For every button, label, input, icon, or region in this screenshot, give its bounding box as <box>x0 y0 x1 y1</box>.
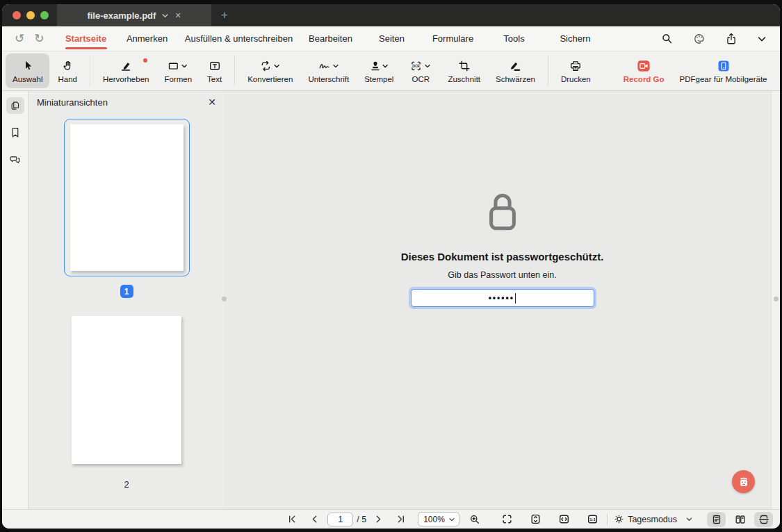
tool-ocr[interactable]: OCR OCR <box>402 53 439 88</box>
robot-icon <box>737 475 751 489</box>
panel-close-icon[interactable]: ✕ <box>208 97 216 108</box>
ocr-icon: OCR <box>409 58 432 74</box>
page-number-input[interactable] <box>327 513 353 526</box>
tool-label: Auswahl <box>13 75 42 83</box>
rail-thumbnails-button[interactable] <box>6 97 24 114</box>
menu-item-seiten[interactable]: Seiten <box>361 27 423 50</box>
redo-icon[interactable]: ↻ <box>34 33 44 44</box>
tool-pdfgear-mobil[interactable]: PDFgear für Mobilgeräte <box>673 53 774 88</box>
tool-label: Text <box>207 75 222 83</box>
mode-chevron-down-icon[interactable] <box>681 515 697 523</box>
menu-item-formulare[interactable]: Formulare <box>423 27 484 50</box>
tool-auswahl[interactable]: Auswahl <box>6 53 49 88</box>
tool-label: Schwärzen <box>496 75 535 83</box>
sun-icon <box>614 514 624 524</box>
next-page-button[interactable] <box>369 514 388 524</box>
bookmark-icon <box>10 126 21 139</box>
redact-marker-icon <box>507 58 523 74</box>
lock-icon <box>486 192 519 233</box>
status-bar: / 5 100% 1:1 Tagesmo <box>2 509 780 529</box>
thumbnail-page-1-preview <box>70 124 184 271</box>
document-tab[interactable]: file-example.pdf ✕ <box>57 4 211 26</box>
toolbar-separator <box>234 56 235 86</box>
tool-formen[interactable]: Formen <box>157 53 199 88</box>
signature-icon <box>317 58 341 74</box>
app-window: file-example.pdf ✕ + ↺ ↻ Startseite Anme… <box>2 4 780 529</box>
day-mode-label: Tagesmodus <box>628 515 677 524</box>
single-page-view-button[interactable] <box>707 512 726 527</box>
tool-label: PDFgear für Mobilgeräte <box>680 75 767 83</box>
tab-chevron-down-icon[interactable] <box>161 12 169 19</box>
tool-label: Zuschnitt <box>448 75 480 83</box>
tool-label: Record Go <box>624 75 665 83</box>
tool-unterschrift[interactable]: Unterschrift <box>301 53 356 88</box>
highlighter-icon <box>119 58 133 74</box>
panel-header: Miniaturansichten ✕ <box>28 91 225 108</box>
ai-assistant-robot-button[interactable] <box>732 470 755 493</box>
sidebar-rail <box>2 91 28 509</box>
tool-hand[interactable]: Hand <box>51 53 84 88</box>
menu-item-bearbeiten[interactable]: Bearbeiten <box>300 27 361 50</box>
tab-close-icon[interactable]: ✕ <box>174 11 181 20</box>
first-page-button[interactable] <box>282 514 301 524</box>
menu-item-sichern[interactable]: Sichern <box>545 27 606 50</box>
actual-size-button[interactable]: 1:1 <box>583 513 603 525</box>
two-page-view-button[interactable] <box>731 512 749 527</box>
svg-text:OCR: OCR <box>413 65 421 68</box>
tool-stempel[interactable]: Stempel <box>357 53 400 88</box>
content-area: Miniaturansichten ✕ 1 2 Dieses Dokument … <box>2 91 780 509</box>
thumbnail-page-2[interactable] <box>72 316 181 464</box>
thumbnail-page-1[interactable] <box>64 119 190 276</box>
panel-title: Miniaturansichten <box>37 97 108 108</box>
menu-item-ausfuellen[interactable]: Ausfüllen & unterschreiben <box>178 27 300 50</box>
minimize-window-button[interactable] <box>26 11 35 19</box>
panel-resize-handle[interactable] <box>222 297 227 301</box>
new-tab-button[interactable]: + <box>211 4 238 26</box>
pages-icon <box>9 99 22 112</box>
menu-item-tools[interactable]: Tools <box>484 27 545 50</box>
two-page-icon <box>735 514 746 525</box>
tool-label: Unterschrift <box>308 75 349 83</box>
zoom-window-button[interactable] <box>40 11 49 19</box>
fit-width-button[interactable] <box>554 513 574 525</box>
convert-icon <box>259 58 282 74</box>
undo-icon[interactable]: ↺ <box>15 33 24 44</box>
tool-label: Hervorheben <box>103 75 149 83</box>
continuous-scroll-view-button[interactable] <box>754 512 773 527</box>
collapsed-right-panel-strip <box>771 91 780 509</box>
tool-konvertieren[interactable]: Konvertieren <box>241 53 300 88</box>
tool-drucken[interactable]: Drucken <box>554 53 598 88</box>
tool-text[interactable]: Text <box>200 53 229 88</box>
text-box-icon <box>208 58 222 74</box>
day-mode-select[interactable]: Tagesmodus <box>614 514 677 524</box>
tool-zuschnitt[interactable]: Zuschnitt <box>441 53 487 88</box>
menu-item-startseite[interactable]: Startseite <box>56 27 117 50</box>
close-window-button[interactable] <box>13 11 21 19</box>
collapse-toolbar-chevron-icon[interactable] <box>756 33 767 44</box>
password-input[interactable]: •••••• <box>411 289 594 307</box>
right-panel-resize-handle[interactable] <box>774 297 779 301</box>
title-bar: file-example.pdf ✕ + <box>2 4 780 26</box>
rail-comments-button[interactable] <box>6 151 24 168</box>
search-icon[interactable] <box>660 32 674 45</box>
zoom-in-button[interactable] <box>465 514 484 525</box>
document-view: Dieses Dokument ist passwortgeschützt. G… <box>225 91 780 509</box>
theme-palette-icon[interactable] <box>692 32 706 46</box>
notification-dot <box>143 58 147 63</box>
share-icon[interactable] <box>725 32 738 46</box>
fit-page-button[interactable] <box>497 513 517 525</box>
last-page-button[interactable] <box>392 514 411 524</box>
tool-label: Konvertieren <box>247 75 293 83</box>
tool-hervorheben[interactable]: Hervorheben <box>96 53 156 88</box>
toolbar: Auswahl Hand Hervorheben Formen <box>2 51 780 91</box>
tool-label: Formen <box>164 75 192 83</box>
menu-item-anmerken[interactable]: Anmerken <box>117 27 178 50</box>
toolbar-separator <box>90 56 90 86</box>
tool-schwaerzen[interactable]: Schwärzen <box>489 53 542 88</box>
fit-height-button[interactable] <box>526 513 546 525</box>
text-caret <box>515 293 516 304</box>
rail-bookmarks-button[interactable] <box>6 124 24 141</box>
zoom-level-select[interactable]: 100% <box>418 512 459 526</box>
tool-record-go[interactable]: Record Go <box>617 53 671 88</box>
previous-page-button[interactable] <box>305 514 324 524</box>
